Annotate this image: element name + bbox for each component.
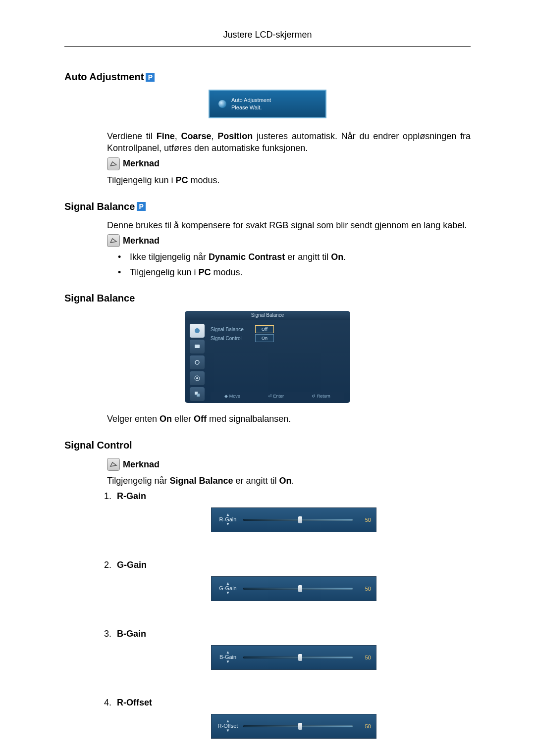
note-row: Merknad [107,157,471,170]
item-label: G-Gain [117,560,147,570]
slider-g-gain[interactable]: ▲ G-Gain ▼ 50 [211,576,376,601]
slider-track[interactable] [243,588,353,590]
info-dot-icon [218,100,226,108]
osd-row-label: Signal Control [211,336,255,341]
popup-line2: Please Wait. [231,104,271,111]
list-item-r-gain: R-Gain ▲ R-Gain ▼ 50 [117,491,471,532]
section-signal-control-title: Signal Control [64,440,471,451]
slider-thumb[interactable] [298,723,302,730]
p-badge-icon: P [146,73,155,82]
signal-balance-desc: Denne brukes til å kompensere for svakt … [107,219,471,231]
note-icon [107,157,120,170]
chevron-down-icon: ▼ [226,660,230,664]
list-item-g-gain: G-Gain ▲ G-Gain ▼ 50 [117,560,471,601]
slider-thumb[interactable] [298,585,302,592]
note-label: Merknad [123,236,160,246]
section-auto-adjustment-title: Auto Adjustment P [64,71,471,83]
note-label: Merknad [123,459,160,470]
item-label: B-Gain [117,629,146,639]
osd-row-signal-balance[interactable]: Signal Balance Off [211,325,344,334]
slider-left-label: ▲ R-Gain ▼ [216,513,239,526]
osd-tab-setup-icon[interactable] [190,371,205,385]
item-label: R-Gain [117,491,146,501]
slider-left-label: ▲ R-Offset ▼ [216,719,239,733]
slider-thumb[interactable] [298,654,302,661]
slider-left-label: ▲ B-Gain ▼ [216,651,239,664]
osd-tab-picture-icon[interactable] [190,324,205,338]
note-label: Merknad [123,158,160,169]
auto-adjustment-popup: Auto Adjustment Please Wait. [209,90,326,118]
osd-option-on[interactable]: On [255,334,274,342]
list-item: Tilgjengelig kun i PC modus. [118,267,471,278]
popup-line1: Auto Adjustment [231,97,271,104]
slider-track[interactable] [243,656,353,658]
osd-hint-enter: ⏎ Enter [268,394,284,399]
osd-bottom-bar: ◆ Move ⏎ Enter ↺ Return [211,392,344,400]
osd-row-signal-control[interactable]: Signal Control On [211,334,344,343]
note-row: Merknad [107,458,471,471]
chevron-down-icon: ▼ [226,522,230,526]
svg-rect-6 [197,394,200,397]
signal-control-list: R-Gain ▲ R-Gain ▼ 50 G-Gain ▲ G-Gain ▼ [117,491,471,739]
osd-hint-move: ◆ Move [224,394,240,399]
signal-balance-post-text: Velger enten On eller Off med signalbala… [107,413,471,425]
slider-b-gain[interactable]: ▲ B-Gain ▼ 50 [211,645,376,670]
slider-value: 50 [357,517,371,523]
osd-tab-multi-icon[interactable] [190,387,205,401]
osd-row-label: Signal Balance [211,327,255,332]
list-item-b-gain: B-Gain ▲ B-Gain ▼ 50 [117,629,471,670]
slider-track[interactable] [243,519,353,521]
osd-side-tabs [190,324,207,403]
title-text: Auto Adjustment [64,71,144,83]
svg-point-2 [195,360,199,364]
note-icon [107,234,120,247]
auto-adjustment-note-text: Tilgjengelig kun i PC modus. [107,174,471,186]
svg-point-0 [195,328,200,333]
p-badge-icon: P [137,202,146,211]
svg-rect-1 [195,345,200,348]
signal-control-note-text: Tilgjengelig når Signal Balance er angit… [107,475,471,487]
chevron-down-icon: ▼ [226,591,230,595]
list-item: Ikke tilgjengelig når Dynamic Contrast e… [118,252,471,262]
slider-track[interactable] [243,725,353,727]
section-signal-balance-intro-title: Signal Balance P [64,201,471,212]
osd-tab-sound-icon[interactable] [190,355,205,369]
osd-tab-display-icon[interactable] [190,340,205,353]
osd-option-off[interactable]: Off [255,325,274,333]
slider-r-gain[interactable]: ▲ R-Gain ▼ 50 [211,507,376,532]
section-signal-balance-panel-title: Signal Balance [64,293,471,304]
title-text: Signal Balance [64,201,135,212]
svg-point-4 [196,377,198,379]
chevron-down-icon: ▼ [226,729,230,733]
osd-panel: Signal Balance Signal Balance Off Signal… [185,311,350,403]
item-label: R-Offset [117,698,152,707]
list-item-r-offset: R-Offset ▲ R-Offset ▼ 50 [117,698,471,739]
signal-balance-bullets: Ikke tilgjengelig når Dynamic Contrast e… [118,252,471,278]
slider-thumb[interactable] [298,516,302,523]
slider-value: 50 [357,723,371,729]
slider-value: 50 [357,655,371,660]
osd-hint-return: ↺ Return [312,394,330,399]
slider-r-offset[interactable]: ▲ R-Offset ▼ 50 [211,714,376,739]
note-row: Merknad [107,234,471,247]
osd-content: Signal Balance Off Signal Control On [211,325,344,343]
slider-left-label: ▲ G-Gain ▼ [216,582,239,595]
note-icon [107,458,120,471]
slider-value: 50 [357,586,371,592]
osd-titlebar: Signal Balance [185,311,350,320]
auto-adjustment-desc: Verdiene til Fine, Coarse, Position just… [107,130,471,154]
page-header: Justere LCD-skjermen [64,30,471,47]
